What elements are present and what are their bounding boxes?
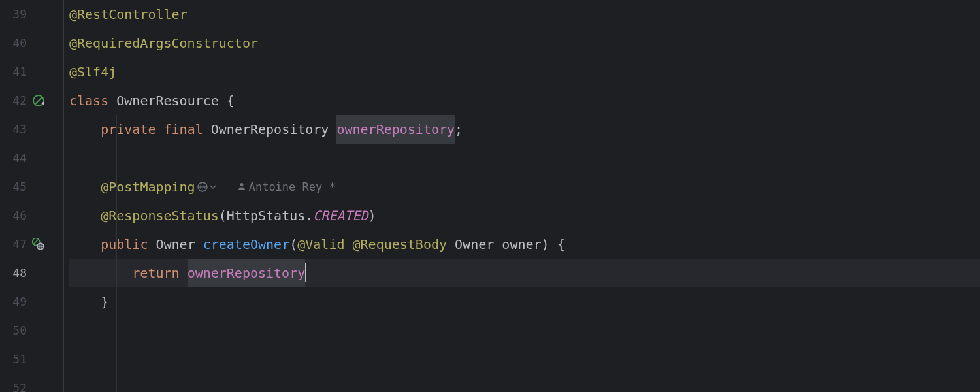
author-inlay[interactable]: Antoine Rey * <box>237 172 336 201</box>
param-type: Owner <box>455 230 494 259</box>
code-line: @Slf4j <box>69 57 980 86</box>
line-number: 45 <box>0 172 29 201</box>
paren-open: ( <box>289 230 297 259</box>
code-line <box>69 345 980 374</box>
return-type: Owner <box>155 230 195 259</box>
web-endpoint-icon[interactable] <box>31 237 46 252</box>
enum-constant: CREATED <box>313 201 368 230</box>
keyword-public: public <box>101 230 148 259</box>
code-line-active: return ownerRepository <box>69 259 980 287</box>
semicolon: ; <box>455 115 463 144</box>
code-line: @PostMappingAntoine Rey * <box>69 172 980 201</box>
code-line: @RestController <box>69 0 980 29</box>
keyword-class: class <box>69 86 108 115</box>
annotation: @RequestBody <box>353 230 448 259</box>
line-number: 49 <box>0 287 29 316</box>
line-number: 47 <box>0 230 29 259</box>
line-number: 46 <box>0 201 29 230</box>
type: HttpStatus <box>227 201 305 230</box>
field-ref: ownerRepository <box>188 259 306 287</box>
annotation: @RestController <box>69 0 188 29</box>
code-line: class OwnerResource { <box>69 86 980 115</box>
paren-open: ( <box>219 201 227 230</box>
error-underline <box>180 259 188 287</box>
paren-close: ) <box>368 201 376 230</box>
svg-point-11 <box>240 183 243 186</box>
gutter: 39 40 41 42 43 44 45 46 47 48 <box>0 0 64 392</box>
code-line <box>69 316 980 345</box>
line-number: 39 <box>0 0 29 29</box>
line-number: 52 <box>0 374 29 392</box>
code-line <box>69 144 980 172</box>
annotation: @RequiredArgsConstructor <box>69 29 258 57</box>
keyword-return: return <box>132 259 179 287</box>
brace-close: } <box>101 287 108 316</box>
annotation: @PostMapping <box>101 172 195 201</box>
annotation: @Valid <box>297 230 344 259</box>
person-icon <box>237 182 248 192</box>
code-line: @RequiredArgsConstructor <box>69 29 980 57</box>
line-number: 44 <box>0 144 29 172</box>
line-number: 42 <box>0 86 29 115</box>
keyword-final: final <box>164 115 203 144</box>
class-name: OwnerResource <box>116 86 219 115</box>
code-line: @ResponseStatus(HttpStatus.CREATED) <box>69 201 980 230</box>
author-name: Antoine Rey * <box>249 172 336 201</box>
annotation: @Slf4j <box>69 57 116 86</box>
line-number: 50 <box>0 316 29 345</box>
line-number: 41 <box>0 57 29 86</box>
no-entry-icon[interactable] <box>31 93 46 108</box>
annotation: @ResponseStatus <box>101 201 219 230</box>
method-name: createOwner <box>203 230 289 259</box>
code-line: public Owner createOwner(@Valid @Request… <box>69 230 980 259</box>
line-number: 51 <box>0 345 29 374</box>
line-number: 43 <box>0 115 29 144</box>
line-number: 40 <box>0 29 29 57</box>
globe-icon[interactable] <box>195 180 210 194</box>
chevron-down-icon[interactable] <box>210 180 219 194</box>
code-area[interactable]: @RestController @RequiredArgsConstructor… <box>64 0 980 392</box>
field-name: ownerRepository <box>336 115 455 144</box>
error-underline <box>306 259 314 287</box>
code-editor[interactable]: 39 40 41 42 43 44 45 46 47 48 <box>0 0 980 392</box>
brace: { <box>219 86 235 115</box>
code-line: private final OwnerRepository ownerRepos… <box>69 115 980 144</box>
param-name: owner <box>502 230 541 259</box>
svg-line-1 <box>35 97 42 105</box>
keyword-private: private <box>101 115 155 144</box>
type: OwnerRepository <box>211 115 329 144</box>
code-line: } <box>69 287 980 316</box>
line-number: 48 <box>0 259 29 287</box>
code-line <box>69 374 980 392</box>
paren-close-brace: ) { <box>542 230 565 259</box>
dot: . <box>305 201 313 230</box>
